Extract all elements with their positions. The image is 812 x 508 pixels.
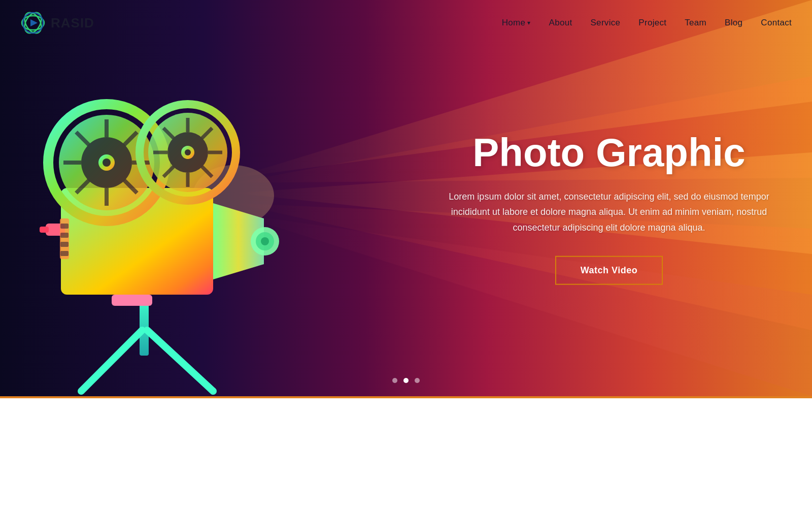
nav-link-team[interactable]: Team [685,18,706,27]
svg-line-9 [147,330,213,391]
logo[interactable]: RASID [20,10,94,36]
carousel-dot-1[interactable] [392,378,397,383]
hero-content: Photo Graphic Lorem ipsum dolor sit amet… [447,132,771,285]
svg-line-8 [81,330,142,391]
nav-item-service[interactable]: Service [590,18,620,28]
bottom-section [0,396,812,508]
chevron-down-icon: ▾ [527,19,530,26]
svg-rect-47 [60,242,69,247]
nav-item-team[interactable]: Team [685,18,706,28]
hero-section: Photo Graphic Lorem ipsum dolor sit amet… [0,0,812,396]
nav-link-service[interactable]: Service [590,18,620,27]
nav-item-contact[interactable]: Contact [761,18,792,28]
logo-icon [20,10,46,36]
navbar: RASID Home ▾ About Service Project Team … [0,0,812,46]
svg-rect-17 [112,295,152,306]
hero-description: Lorem ipsum dolor sit amet, consectetur … [447,189,771,236]
svg-rect-46 [60,233,69,238]
svg-rect-45 [60,224,69,229]
logo-text: RASID [51,15,94,31]
carousel-dot-2[interactable] [403,378,409,383]
nav-link-contact[interactable]: Contact [761,18,792,27]
nav-item-about[interactable]: About [549,18,572,28]
nav-link-about[interactable]: About [549,18,572,27]
hero-title: Photo Graphic [447,132,771,174]
svg-marker-52 [30,19,38,26]
nav-item-project[interactable]: Project [638,18,666,28]
nav-link-project[interactable]: Project [638,18,666,27]
nav-links: Home ▾ About Service Project Team Blog C… [502,18,792,28]
camera-illustration [20,46,299,396]
nav-item-blog[interactable]: Blog [725,18,742,28]
carousel-dots [392,378,420,383]
svg-point-43 [185,149,191,155]
svg-rect-16 [40,227,49,233]
svg-point-30 [103,158,111,167]
nav-item-home[interactable]: Home ▾ [502,18,531,28]
nav-link-blog[interactable]: Blog [725,18,742,27]
nav-link-home[interactable]: Home ▾ [502,18,531,28]
svg-point-14 [261,237,269,245]
carousel-dot-3[interactable] [415,378,420,383]
svg-rect-48 [60,251,69,256]
watch-video-button[interactable]: Watch Video [555,256,663,284]
